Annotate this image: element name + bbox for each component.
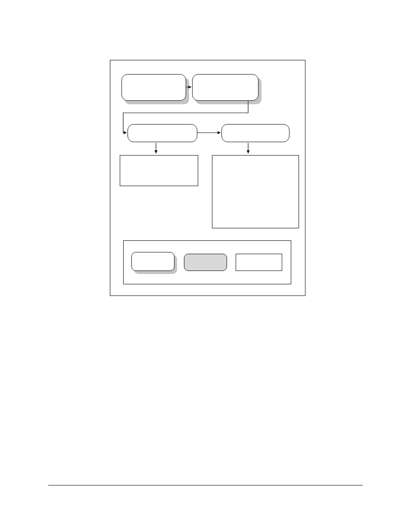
legend-item-a	[131, 252, 174, 271]
legend-box	[123, 240, 291, 284]
legend-item-c	[236, 254, 282, 271]
node-f	[212, 155, 299, 228]
diagram-frame	[110, 60, 305, 296]
node-c	[128, 124, 197, 142]
node-d	[221, 124, 290, 142]
node-b	[192, 74, 258, 101]
legend-item-b	[184, 254, 227, 271]
node-e	[120, 155, 198, 186]
node-a	[121, 74, 186, 101]
footer-rule	[48, 485, 363, 485]
page	[0, 0, 411, 532]
